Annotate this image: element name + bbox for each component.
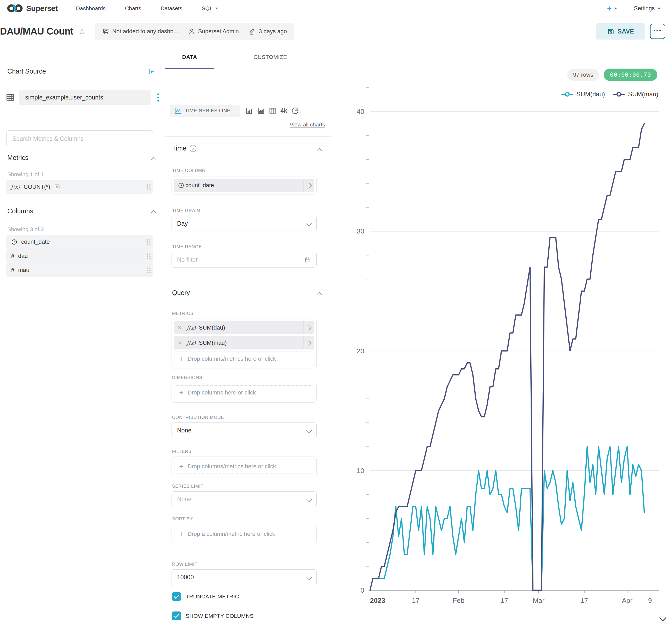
settings-menu[interactable]: Settings [634, 5, 661, 12]
nav-sql[interactable]: SQL [202, 5, 218, 11]
caret-down-icon [614, 8, 617, 9]
control-panel: DATA CUSTOMIZE TIME-SERIES LINE ... [165, 46, 331, 623]
time-grain-select[interactable]: Day [171, 216, 317, 231]
legend-item-sum-mau[interactable]: SUM(mau) [613, 91, 659, 98]
brand-name: Superset [26, 4, 58, 13]
svg-text:17: 17 [501, 597, 508, 604]
svg-text:40: 40 [357, 108, 364, 115]
metric-pill-sum-dau[interactable]: × ƒ(x)SUM(dau) [174, 321, 314, 334]
plus-icon: + [179, 463, 183, 470]
column-item-dau[interactable]: # dau [6, 249, 153, 263]
user-icon [188, 28, 195, 35]
plus-icon: + [179, 389, 183, 396]
drag-handle-icon[interactable] [147, 239, 148, 241]
time-column-control[interactable]: count_date [171, 176, 317, 195]
nav-charts[interactable]: Charts [125, 5, 141, 11]
drag-handle-icon[interactable] [147, 254, 148, 255]
chart-source-panel: Chart Source simple_example.user_counts … [0, 46, 165, 623]
time-collapse-icon[interactable] [317, 148, 322, 153]
save-button[interactable]: SAVE [596, 23, 645, 39]
chart-owner[interactable]: Superset Admin [188, 28, 239, 35]
superset-logo-icon [7, 3, 23, 13]
function-icon: ƒ(x) [187, 325, 196, 331]
dataset-options-kebab-icon[interactable] [158, 93, 159, 95]
dataset-row: simple_example.user_counts [6, 90, 159, 105]
navbar-right: + Settings [607, 4, 672, 12]
filters-box: + Drop columns/metrics here or click [171, 456, 317, 476]
time-grain-label: TIME GRAIN [172, 208, 200, 213]
new-item-button[interactable]: + [607, 4, 617, 12]
viz-type-selected-chip[interactable]: TIME-SERIES LINE ... [170, 105, 241, 117]
contribution-mode-select[interactable]: None [171, 422, 317, 438]
chevron-down-icon [306, 221, 312, 226]
table-icon[interactable] [269, 107, 277, 115]
metric-pill-sum-mau[interactable]: × ƒ(x)SUM(mau) [174, 336, 314, 350]
row-limit-select[interactable]: 10000 [171, 569, 317, 585]
more-actions-button[interactable]: ••• [650, 24, 665, 39]
filters-drop-zone[interactable]: + Drop columns/metrics here or click [174, 459, 314, 474]
chevron-right-icon[interactable] [303, 179, 314, 192]
remove-metric-icon[interactable]: × [174, 321, 185, 334]
sort-by-drop-zone[interactable]: + Drop a column/metric here or click [174, 527, 314, 541]
columns-collapse-icon[interactable] [151, 210, 156, 216]
nav-dashboards[interactable]: Dashboards [76, 5, 106, 11]
metrics-label: METRICS [172, 311, 194, 316]
dimensions-drop-zone[interactable]: + Drop columns here or click [174, 385, 314, 400]
metrics-drop-zone[interactable]: + Drop columns/metrics here or click [174, 352, 314, 366]
chart-header: DAU/MAU Count ☆ Not added to any dashb..… [0, 17, 672, 46]
time-range-label: TIME RANGE [172, 244, 202, 249]
info-icon: i [190, 145, 196, 152]
area-chart-icon[interactable] [257, 107, 265, 115]
number-hash-icon: # [11, 266, 15, 274]
bar-chart-icon[interactable] [245, 107, 253, 115]
series-limit-placeholder: None [177, 496, 191, 503]
favorite-star-icon[interactable]: ☆ [78, 27, 86, 36]
legend-item-sum-dau[interactable]: SUM(dau) [561, 91, 605, 98]
show-empty-columns-checkbox[interactable] [172, 612, 181, 620]
chart-legend: SUM(dau) SUM(mau) [561, 91, 659, 98]
tab-customize[interactable]: CUSTOMIZE [214, 46, 327, 68]
svg-text:17: 17 [581, 597, 588, 604]
collapse-panel-icon[interactable] [148, 68, 156, 76]
superset-logo[interactable]: Superset [7, 3, 58, 13]
search-metrics-columns-input[interactable] [6, 130, 153, 147]
legend-marker-icon [561, 92, 573, 97]
svg-text:9: 9 [648, 597, 652, 604]
column-item-mau[interactable]: # mau [6, 263, 153, 277]
metrics-collapse-icon[interactable] [151, 157, 156, 162]
svg-text:Feb: Feb [453, 597, 465, 604]
calendar-icon [304, 256, 311, 263]
timeseries-line-chart[interactable]: 010203040202317Feb17Mar17Apr9 [331, 46, 672, 623]
dataset-name[interactable]: simple_example.user_counts [19, 90, 150, 105]
svg-text:0: 0 [361, 586, 364, 594]
last-modified[interactable]: 3 days ago [249, 28, 287, 35]
dashboards-added-status[interactable]: Not added to any dashb... [103, 28, 178, 35]
caret-down-icon [657, 8, 661, 9]
time-range-control[interactable]: No filter [171, 252, 317, 268]
chart-properties-pill: Not added to any dashb... Superset Admin… [95, 23, 295, 40]
metric-item-count[interactable]: ƒ(x) COUNT(*) [6, 180, 153, 194]
chevron-down-icon [306, 574, 312, 580]
remove-metric-icon[interactable]: × [174, 336, 185, 350]
edit-pencil-icon [249, 28, 256, 35]
columns-section-title: Columns [7, 207, 33, 215]
chevron-right-icon[interactable] [303, 336, 314, 350]
column-item-count-date[interactable]: count_date [6, 235, 153, 249]
pie-chart-icon[interactable] [291, 107, 299, 115]
time-section-title: Time [172, 145, 187, 152]
truncate-metric-checkbox[interactable] [172, 592, 181, 601]
query-collapse-icon[interactable] [317, 292, 322, 297]
nav-datasets[interactable]: Datasets [161, 5, 182, 11]
page-title: DAU/MAU Count [0, 26, 73, 37]
time-column-value: count_date [186, 182, 214, 189]
view-all-charts-link[interactable]: View all charts [290, 121, 325, 128]
chevron-right-icon[interactable] [303, 321, 314, 334]
dimensions-box: + Drop columns here or click [171, 383, 317, 403]
series-limit-select[interactable]: None [171, 491, 317, 507]
row-count-badge[interactable]: 97 rows [567, 69, 599, 81]
big-number-4k-icon[interactable]: 4k [280, 107, 287, 114]
tab-data[interactable]: DATA [165, 46, 214, 68]
time-grain-value: Day [177, 220, 188, 227]
drag-handle-icon[interactable] [147, 268, 148, 269]
drag-handle-icon[interactable] [147, 184, 148, 186]
